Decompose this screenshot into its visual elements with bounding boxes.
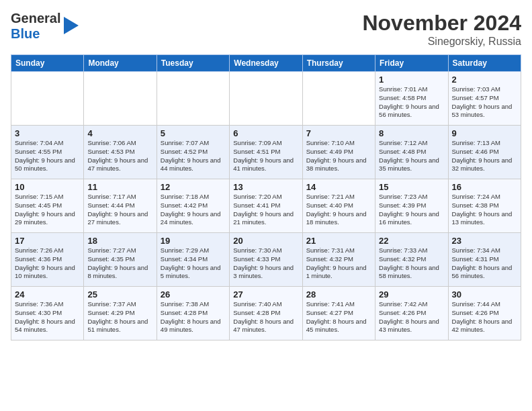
calendar-cell: 25Sunrise: 7:37 AM Sunset: 4:29 PM Dayli… xyxy=(84,287,157,340)
day-number: 26 xyxy=(161,289,226,300)
col-header-friday: Friday xyxy=(375,55,448,72)
day-number: 3 xyxy=(15,128,80,138)
day-info: Sunrise: 7:01 AM Sunset: 4:58 PM Dayligh… xyxy=(379,85,444,120)
day-info: Sunrise: 7:30 AM Sunset: 4:33 PM Dayligh… xyxy=(233,246,298,281)
day-number: 4 xyxy=(87,128,152,138)
col-header-thursday: Thursday xyxy=(302,55,375,72)
calendar-cell xyxy=(302,72,375,126)
calendar-cell: 4Sunrise: 7:06 AM Sunset: 4:53 PM Daylig… xyxy=(84,126,157,179)
day-info: Sunrise: 7:09 AM Sunset: 4:51 PM Dayligh… xyxy=(233,139,298,173)
day-info: Sunrise: 7:37 AM Sunset: 4:29 PM Dayligh… xyxy=(87,300,152,334)
calendar-cell: 6Sunrise: 7:09 AM Sunset: 4:51 PM Daylig… xyxy=(230,126,302,179)
day-info: Sunrise: 7:20 AM Sunset: 4:41 PM Dayligh… xyxy=(233,193,298,227)
calendar-cell: 11Sunrise: 7:17 AM Sunset: 4:44 PM Dayli… xyxy=(84,179,157,233)
calendar-table: SundayMondayTuesdayWednesdayThursdayFrid… xyxy=(11,54,521,340)
day-number: 18 xyxy=(87,236,152,246)
page-subtitle: Sinegorskiy, Russia xyxy=(362,36,521,48)
day-number: 29 xyxy=(379,289,444,300)
day-info: Sunrise: 7:17 AM Sunset: 4:44 PM Dayligh… xyxy=(87,193,152,227)
calendar-cell: 14Sunrise: 7:21 AM Sunset: 4:40 PM Dayli… xyxy=(302,179,375,233)
logo-text: General Blue xyxy=(11,11,79,42)
calendar-cell: 19Sunrise: 7:29 AM Sunset: 4:34 PM Dayli… xyxy=(157,233,229,287)
day-info: Sunrise: 7:13 AM Sunset: 4:46 PM Dayligh… xyxy=(452,139,517,173)
calendar-cell: 24Sunrise: 7:36 AM Sunset: 4:30 PM Dayli… xyxy=(11,287,84,340)
day-number: 27 xyxy=(233,289,298,300)
day-number: 20 xyxy=(233,236,298,246)
calendar-cell: 27Sunrise: 7:40 AM Sunset: 4:28 PM Dayli… xyxy=(230,287,302,340)
calendar-cell xyxy=(157,72,229,126)
day-info: Sunrise: 7:07 AM Sunset: 4:52 PM Dayligh… xyxy=(161,139,226,173)
day-number: 2 xyxy=(452,75,517,85)
calendar-cell: 28Sunrise: 7:41 AM Sunset: 4:27 PM Dayli… xyxy=(302,287,375,340)
logo-arrow-icon xyxy=(64,17,79,37)
calendar-cell: 29Sunrise: 7:42 AM Sunset: 4:26 PM Dayli… xyxy=(375,287,448,340)
day-number: 12 xyxy=(161,182,226,192)
day-info: Sunrise: 7:21 AM Sunset: 4:40 PM Dayligh… xyxy=(306,193,371,227)
title-block: November 2024 Sinegorskiy, Russia xyxy=(362,11,521,48)
col-header-monday: Monday xyxy=(84,55,157,72)
day-info: Sunrise: 7:29 AM Sunset: 4:34 PM Dayligh… xyxy=(161,246,226,281)
day-number: 25 xyxy=(87,289,152,300)
svg-marker-0 xyxy=(64,17,79,34)
calendar-cell: 2Sunrise: 7:03 AM Sunset: 4:57 PM Daylig… xyxy=(448,72,521,126)
day-number: 17 xyxy=(15,236,80,246)
calendar-cell: 22Sunrise: 7:33 AM Sunset: 4:32 PM Dayli… xyxy=(375,233,448,287)
calendar-cell: 8Sunrise: 7:12 AM Sunset: 4:48 PM Daylig… xyxy=(375,126,448,179)
calendar-cell: 21Sunrise: 7:31 AM Sunset: 4:32 PM Dayli… xyxy=(302,233,375,287)
col-header-tuesday: Tuesday xyxy=(157,55,229,72)
calendar-row-2: 3Sunrise: 7:04 AM Sunset: 4:55 PM Daylig… xyxy=(11,126,521,179)
day-number: 24 xyxy=(15,289,80,300)
day-info: Sunrise: 7:42 AM Sunset: 4:26 PM Dayligh… xyxy=(379,300,444,334)
calendar-cell: 3Sunrise: 7:04 AM Sunset: 4:55 PM Daylig… xyxy=(11,126,84,179)
page-title: November 2024 xyxy=(362,11,521,36)
day-number: 16 xyxy=(452,182,517,192)
col-header-saturday: Saturday xyxy=(448,55,521,72)
day-number: 10 xyxy=(15,182,80,192)
day-info: Sunrise: 7:23 AM Sunset: 4:39 PM Dayligh… xyxy=(379,193,444,227)
day-number: 19 xyxy=(161,236,226,246)
day-info: Sunrise: 7:06 AM Sunset: 4:53 PM Dayligh… xyxy=(87,139,152,173)
calendar-header-row: SundayMondayTuesdayWednesdayThursdayFrid… xyxy=(11,55,521,72)
day-number: 30 xyxy=(452,289,517,300)
calendar-cell xyxy=(230,72,302,126)
calendar-cell: 30Sunrise: 7:44 AM Sunset: 4:26 PM Dayli… xyxy=(448,287,521,340)
day-number: 6 xyxy=(233,128,298,138)
logo: General Blue xyxy=(11,11,79,42)
day-info: Sunrise: 7:03 AM Sunset: 4:57 PM Dayligh… xyxy=(452,85,517,120)
calendar-cell: 9Sunrise: 7:13 AM Sunset: 4:46 PM Daylig… xyxy=(448,126,521,179)
day-number: 7 xyxy=(306,128,371,138)
calendar-cell: 10Sunrise: 7:15 AM Sunset: 4:45 PM Dayli… xyxy=(11,179,84,233)
day-info: Sunrise: 7:12 AM Sunset: 4:48 PM Dayligh… xyxy=(379,139,444,173)
calendar-cell: 18Sunrise: 7:27 AM Sunset: 4:35 PM Dayli… xyxy=(84,233,157,287)
header: General Blue November 2024 Sinegorskiy, … xyxy=(11,11,521,48)
calendar-cell: 13Sunrise: 7:20 AM Sunset: 4:41 PM Dayli… xyxy=(230,179,302,233)
calendar-cell: 12Sunrise: 7:18 AM Sunset: 4:42 PM Dayli… xyxy=(157,179,229,233)
day-number: 14 xyxy=(306,182,371,192)
day-number: 11 xyxy=(87,182,152,192)
day-info: Sunrise: 7:38 AM Sunset: 4:28 PM Dayligh… xyxy=(161,300,226,334)
day-info: Sunrise: 7:44 AM Sunset: 4:26 PM Dayligh… xyxy=(452,300,517,334)
col-header-wednesday: Wednesday xyxy=(230,55,302,72)
day-info: Sunrise: 7:41 AM Sunset: 4:27 PM Dayligh… xyxy=(306,300,371,334)
logo-general: General xyxy=(11,11,60,26)
day-number: 1 xyxy=(379,75,444,85)
day-number: 23 xyxy=(452,236,517,246)
col-header-sunday: Sunday xyxy=(11,55,84,72)
calendar-cell: 7Sunrise: 7:10 AM Sunset: 4:49 PM Daylig… xyxy=(302,126,375,179)
calendar-row-1: 1Sunrise: 7:01 AM Sunset: 4:58 PM Daylig… xyxy=(11,72,521,126)
day-number: 8 xyxy=(379,128,444,138)
day-info: Sunrise: 7:26 AM Sunset: 4:36 PM Dayligh… xyxy=(15,246,80,281)
day-number: 15 xyxy=(379,182,444,192)
day-info: Sunrise: 7:36 AM Sunset: 4:30 PM Dayligh… xyxy=(15,300,80,334)
page: General Blue November 2024 Sinegorskiy, … xyxy=(0,0,532,411)
calendar-cell: 15Sunrise: 7:23 AM Sunset: 4:39 PM Dayli… xyxy=(375,179,448,233)
day-info: Sunrise: 7:04 AM Sunset: 4:55 PM Dayligh… xyxy=(15,139,80,173)
logo-blue: Blue xyxy=(11,26,40,41)
calendar-row-4: 17Sunrise: 7:26 AM Sunset: 4:36 PM Dayli… xyxy=(11,233,521,287)
day-info: Sunrise: 7:27 AM Sunset: 4:35 PM Dayligh… xyxy=(87,246,152,281)
calendar-cell: 17Sunrise: 7:26 AM Sunset: 4:36 PM Dayli… xyxy=(11,233,84,287)
day-info: Sunrise: 7:34 AM Sunset: 4:31 PM Dayligh… xyxy=(452,246,517,281)
calendar-cell xyxy=(11,72,84,126)
calendar-cell: 5Sunrise: 7:07 AM Sunset: 4:52 PM Daylig… xyxy=(157,126,229,179)
day-number: 21 xyxy=(306,236,371,246)
